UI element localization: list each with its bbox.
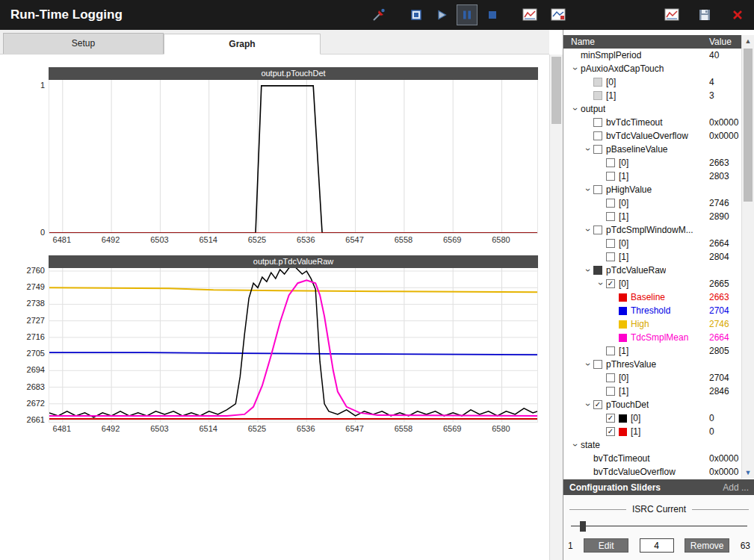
tree-row[interactable]: Threshold2704 — [563, 304, 741, 317]
expander-chevron-icon[interactable]: › — [582, 266, 593, 275]
row-checkbox[interactable] — [593, 145, 602, 154]
expander-chevron-icon[interactable]: › — [569, 64, 581, 73]
tree-row[interactable]: ✓[0]0 — [563, 411, 741, 425]
row-value: 2664 — [709, 238, 729, 249]
graph-icon[interactable] — [661, 4, 682, 25]
row-checkbox[interactable] — [593, 91, 602, 100]
tree-row[interactable]: ›pHighValue — [563, 183, 741, 196]
slider-value-input[interactable] — [640, 538, 674, 553]
row-checkbox[interactable] — [606, 212, 615, 221]
tree-row[interactable]: ›pThresValue — [563, 358, 741, 371]
row-label: TdcSmplMean — [631, 332, 688, 343]
close-icon[interactable] — [727, 4, 748, 25]
row-checkbox[interactable] — [593, 131, 602, 140]
tree-row[interactable]: High2746 — [563, 317, 741, 331]
expander-chevron-icon[interactable]: › — [582, 225, 593, 234]
charts-scrollbar[interactable] — [549, 55, 563, 560]
tab-setup[interactable]: Setup — [3, 33, 164, 54]
tree-row[interactable]: ›✓pTouchDet — [563, 398, 741, 411]
expander-chevron-icon[interactable]: › — [595, 279, 606, 288]
edit-button[interactable]: Edit — [584, 538, 628, 553]
row-checkbox[interactable] — [593, 360, 602, 369]
tree-row[interactable]: ›✓[0]2665 — [563, 277, 741, 290]
row-checkbox[interactable]: ✓ — [606, 414, 615, 423]
expander-chevron-icon[interactable]: › — [582, 360, 593, 369]
row-checkbox[interactable] — [593, 266, 602, 275]
tree-row[interactable]: [1]2890 — [563, 210, 741, 223]
tree-row[interactable]: [0]2663 — [563, 156, 741, 169]
stop-icon[interactable] — [482, 4, 503, 25]
row-checkbox[interactable] — [606, 346, 615, 355]
row-checkbox[interactable] — [593, 185, 602, 194]
row-checkbox[interactable] — [606, 172, 615, 181]
row-label: [1] — [619, 171, 628, 181]
scrollbar-thumb[interactable] — [551, 57, 561, 124]
tree-row[interactable]: [0]4 — [563, 75, 741, 89]
slider-track[interactable] — [571, 526, 747, 526]
tree-scrollbar[interactable]: ▲ ▼ — [741, 35, 754, 479]
expander-chevron-icon[interactable]: › — [582, 185, 593, 194]
tree-row[interactable]: [1]2803 — [563, 169, 741, 183]
expander-chevron-icon[interactable]: › — [582, 145, 593, 154]
row-checkbox[interactable]: ✓ — [606, 427, 615, 436]
run-log-icon[interactable] — [368, 4, 389, 25]
tree-row[interactable]: [0]2664 — [563, 237, 741, 250]
new-log-icon[interactable] — [406, 4, 427, 25]
row-checkbox[interactable] — [593, 225, 602, 234]
graph-settings-icon[interactable] — [548, 4, 569, 25]
tree-row[interactable]: ›output — [563, 102, 741, 116]
tree-row[interactable]: [1]2804 — [563, 250, 741, 264]
add-slider-button[interactable]: Add ... — [723, 482, 749, 493]
pause-icon[interactable] — [457, 4, 478, 25]
slider-thumb[interactable] — [580, 521, 586, 532]
row-checkbox[interactable] — [593, 78, 602, 87]
graph-export-icon[interactable] — [519, 4, 540, 25]
row-checkbox[interactable] — [593, 118, 602, 127]
row-checkbox[interactable]: ✓ — [593, 400, 602, 409]
remove-button[interactable]: Remove — [685, 538, 729, 553]
row-checkbox[interactable] — [606, 373, 615, 382]
tree-row[interactable]: [1]2846 — [563, 385, 741, 398]
chart-canvas — [49, 80, 537, 233]
row-checkbox[interactable] — [606, 387, 615, 396]
tree-row[interactable]: ›pTdcValueRaw — [563, 264, 741, 277]
scroll-down-icon[interactable]: ▼ — [742, 467, 754, 479]
tree-row[interactable]: bvTdcTimeout0x0000 — [563, 452, 741, 465]
scroll-up-icon[interactable]: ▲ — [742, 35, 754, 47]
expander-chevron-icon[interactable]: › — [582, 400, 593, 409]
row-checkbox[interactable] — [606, 158, 615, 167]
tree-row[interactable]: [0]2746 — [563, 196, 741, 210]
tree-row[interactable]: ›pBaselineValue — [563, 143, 741, 156]
tree-row[interactable]: [0]2704 — [563, 371, 741, 385]
row-checkbox[interactable] — [606, 239, 615, 248]
tree-row[interactable]: TdcSmplMean2664 — [563, 331, 741, 344]
configuration-sliders-panel: Configuration Sliders Add ... ISRC Curre… — [563, 479, 754, 560]
play-icon[interactable] — [431, 4, 452, 25]
tree-row[interactable]: [1]2805 — [563, 344, 741, 358]
tree-row[interactable]: minSmplPeriod40 — [563, 49, 741, 62]
tab-graph[interactable]: Graph — [164, 34, 321, 55]
tree-row[interactable]: ›pTdcSmplWindowM... — [563, 223, 741, 237]
tree-row[interactable]: Baseline2663 — [563, 290, 741, 304]
tree-row[interactable]: ›state — [563, 438, 741, 452]
tree-row[interactable]: [1]3 — [563, 89, 741, 102]
row-label: [0] — [619, 238, 628, 249]
tree-row[interactable]: ›pAuxioAxdCapTouch — [563, 62, 741, 75]
tree-row[interactable]: ✓[1]0 — [563, 425, 741, 438]
expander-chevron-icon[interactable]: › — [569, 105, 581, 113]
save-icon[interactable] — [694, 4, 715, 25]
tree-row[interactable]: bvTdcTimeout0x0000 — [563, 116, 741, 129]
tree-row[interactable]: bvTdcValueOverflow0x0000 — [563, 465, 741, 479]
series-color-swatch — [619, 334, 627, 342]
expander-chevron-icon[interactable]: › — [569, 441, 581, 449]
x-tick-label: 6547 — [339, 235, 371, 244]
value-column-header: Value — [709, 35, 732, 49]
tree-row[interactable]: bvTdcValueOverflow0x0000 — [563, 129, 741, 143]
row-checkbox[interactable] — [606, 252, 615, 261]
isrc-current-slider[interactable] — [571, 521, 747, 532]
row-checkbox[interactable] — [606, 199, 615, 208]
row-label: pAuxioAxdCapTouch — [581, 63, 664, 74]
row-checkbox[interactable]: ✓ — [606, 279, 615, 288]
x-tick-label: 6536 — [289, 424, 322, 433]
scrollbar-thumb[interactable] — [744, 49, 753, 202]
